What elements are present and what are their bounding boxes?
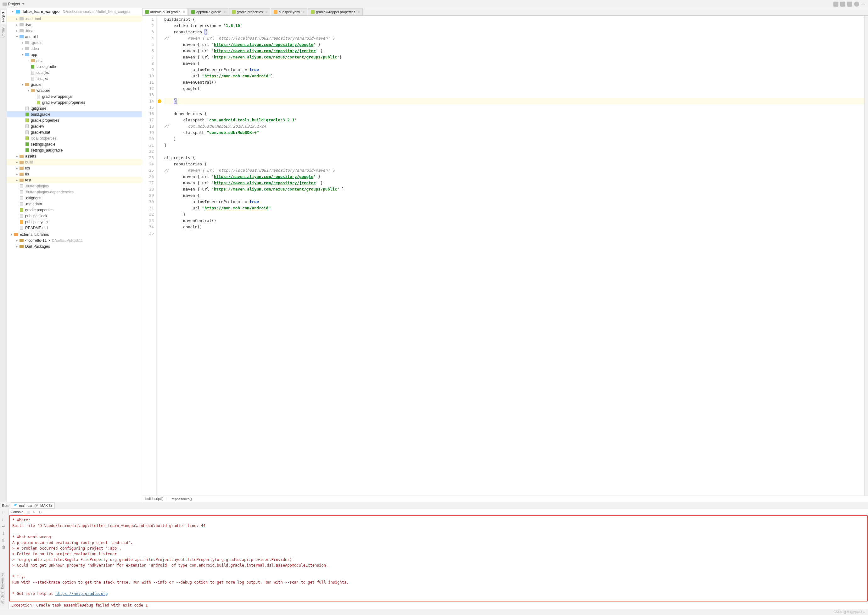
- project-tree-panel: ▼ flutter_learn_wangpo D:\code\learncoal…: [7, 8, 142, 502]
- tree-item-android[interactable]: ▼android: [7, 34, 142, 40]
- devtools-icon[interactable]: ◐: [39, 510, 42, 514]
- tree-item-lib[interactable]: ▸lib: [7, 171, 142, 177]
- close-icon[interactable]: ×: [183, 10, 185, 14]
- console-output[interactable]: * Where:Build file 'D:\code\learncoal\ap…: [9, 515, 868, 601]
- reload-icon[interactable]: ↻: [33, 510, 36, 514]
- tree-item-gradle.properties[interactable]: gradle.properties: [7, 207, 142, 213]
- tree-item-pubspec.lock[interactable]: pubspec.lock: [7, 213, 142, 219]
- file-icon: [145, 10, 149, 14]
- tree-item-.flutter-plugins[interactable]: .flutter-plugins: [7, 183, 142, 189]
- tree-item-.flutter-plugins-dependencies[interactable]: .flutter-plugins-dependencies: [7, 189, 142, 195]
- tree-item-wrapper[interactable]: ▼wrapper: [7, 87, 142, 94]
- close-icon[interactable]: ×: [224, 10, 225, 14]
- commit-tool-tab[interactable]: Commit: [1, 25, 6, 39]
- tree-item-.gradle[interactable]: ▸.gradle: [7, 40, 142, 45]
- close-icon[interactable]: ×: [265, 10, 267, 14]
- run-tab-label: main.dart (MI MAX 3): [19, 504, 52, 507]
- tree-item-build.gradle[interactable]: build.gradle: [7, 64, 142, 69]
- editor-tab-android\build.gradle[interactable]: android\build.gradle×: [142, 8, 188, 16]
- collapse-all-icon[interactable]: [847, 2, 852, 6]
- tree-item-test.jks[interactable]: test.jks: [7, 75, 142, 81]
- tree-item-gradle[interactable]: ▼gradle: [7, 81, 142, 87]
- editor-tab-gradle-wrapper.properties[interactable]: gradle-wrapper.properties×: [308, 8, 363, 16]
- tree-item-gradle-wrapper.properties[interactable]: gradle-wrapper.properties: [7, 99, 142, 105]
- external-libraries[interactable]: ▼ External Libraries: [7, 231, 142, 237]
- tree-item-gradlew.bat[interactable]: gradlew.bat: [7, 129, 142, 135]
- code-editor[interactable]: 1234567891011121314151617181920212223242…: [142, 16, 868, 495]
- tree-item-.idea[interactable]: ▸.idea: [7, 28, 142, 34]
- tree-item-assets[interactable]: ▸assets: [7, 153, 142, 159]
- tree-item-app[interactable]: ▼app: [7, 52, 142, 58]
- hide-panel-icon[interactable]: —: [861, 2, 865, 6]
- breadcrumb[interactable]: buildscript()repositories(): [142, 495, 868, 502]
- filter-icon[interactable]: ▤: [27, 510, 30, 514]
- clear-icon[interactable]: [2, 545, 7, 550]
- tree-item-.idea[interactable]: ▸.idea: [7, 45, 142, 52]
- project-tool-tab[interactable]: Project: [1, 10, 6, 23]
- tree-item-gradlew[interactable]: gradlew: [7, 123, 142, 129]
- console-tab[interactable]: Console: [11, 510, 23, 514]
- editor-tab-app\build.gradle[interactable]: app\build.gradle×: [188, 8, 228, 16]
- soft-wrap-icon[interactable]: [2, 524, 7, 529]
- flutter-icon: [16, 10, 20, 14]
- flutter-icon: [14, 504, 18, 507]
- project-label-text: Project: [8, 2, 20, 6]
- project-root[interactable]: ▼ flutter_learn_wangpo D:\code\learncoal…: [7, 8, 142, 15]
- tree-item-.gitignore[interactable]: .gitignore: [7, 105, 142, 111]
- error-stripe[interactable]: [864, 16, 868, 495]
- structure-rail[interactable]: Structure Bookmarks: [0, 572, 5, 606]
- breadcrumb-item[interactable]: repositories(): [172, 497, 194, 501]
- file-icon: [191, 10, 195, 14]
- tree-item-< corretto-11 >[interactable]: ▸< corretto-11 >D:\soft\sdk\jdk\jdk11: [7, 237, 142, 244]
- scroll-end-icon[interactable]: [2, 531, 7, 536]
- editor-tabs: android\build.gradle×app\build.gradle×gr…: [142, 8, 868, 16]
- tree-item-local.properties[interactable]: local.properties: [7, 135, 142, 141]
- chevron-down-icon: [22, 3, 25, 5]
- watermark: CSDN @早起的年轻人: [834, 610, 865, 614]
- tree-item-gradle-wrapper.jar[interactable]: gradle-wrapper.jar: [7, 94, 142, 99]
- tree-item-README.md[interactable]: README.md: [7, 225, 142, 231]
- tree-item-.fvm[interactable]: ▸.fvm: [7, 22, 142, 28]
- down-stack-icon[interactable]: [2, 517, 7, 522]
- status-bar: CSDN @早起的年轻人: [0, 609, 868, 615]
- editor-area: android\build.gradle×app\build.gradle×gr…: [142, 8, 868, 502]
- console-subtabs: Console ▤ ↻ ◐: [9, 509, 868, 515]
- run-config-tab[interactable]: main.dart (MI MAX 3): [11, 503, 55, 509]
- print-icon[interactable]: [2, 538, 7, 543]
- tree-item-build.gradle[interactable]: build.gradle: [7, 111, 142, 117]
- tree-item-Dart Packages[interactable]: ▸Dart Packages: [7, 244, 142, 249]
- expand-all-icon[interactable]: [840, 2, 845, 6]
- project-root-path: D:\code\learncoal\app\flutter_learn_wang…: [63, 10, 130, 14]
- tree-item-coal.jks[interactable]: coal.jks: [7, 69, 142, 75]
- tree-item-build[interactable]: ▸build: [7, 159, 142, 165]
- tree-item-.dart_tool[interactable]: ▸.dart_tool: [7, 16, 142, 22]
- run-label: Run:: [2, 504, 9, 507]
- project-dropdown[interactable]: Project: [3, 2, 25, 6]
- tree-item-ios[interactable]: ▸ios: [7, 165, 142, 171]
- up-stack-icon[interactable]: [2, 510, 7, 515]
- close-icon[interactable]: ×: [303, 10, 305, 14]
- tree-item-test[interactable]: ▸test: [7, 177, 142, 183]
- folder-icon: [3, 3, 7, 6]
- left-tool-rail: Project Commit: [0, 8, 7, 502]
- select-opened-file-icon[interactable]: [834, 2, 838, 6]
- tree-item-pubspec.yaml[interactable]: pubspec.yaml: [7, 219, 142, 225]
- tree-item-gradle.properties[interactable]: gradle.properties: [7, 117, 142, 123]
- close-icon[interactable]: ×: [358, 10, 360, 14]
- tree-item-settings.gradle[interactable]: settings.gradle: [7, 141, 142, 147]
- project-root-name: flutter_learn_wangpo: [21, 9, 59, 14]
- tree-item-.gitignore[interactable]: .gitignore: [7, 195, 142, 201]
- console-exception: Exception: Gradle task assembleDebug fai…: [9, 602, 868, 609]
- tree-item-.metadata[interactable]: .metadata: [7, 201, 142, 207]
- tree-item-src[interactable]: ▸src: [7, 58, 142, 64]
- file-icon: [274, 10, 277, 14]
- run-panel: Run: main.dart (MI MAX 3) Console ▤ ↻: [0, 502, 868, 609]
- tree-item-settings_aar.gradle[interactable]: settings_aar.gradle: [7, 147, 142, 153]
- file-icon: [311, 10, 314, 14]
- gear-icon[interactable]: [854, 2, 859, 6]
- breadcrumb-item[interactable]: buildscript(): [145, 496, 169, 501]
- intention-bulb-icon[interactable]: [158, 99, 161, 103]
- editor-tab-gradle.properties[interactable]: gradle.properties×: [229, 8, 270, 16]
- file-icon: [232, 10, 236, 14]
- editor-tab-pubspec.yaml[interactable]: pubspec.yaml×: [271, 8, 307, 16]
